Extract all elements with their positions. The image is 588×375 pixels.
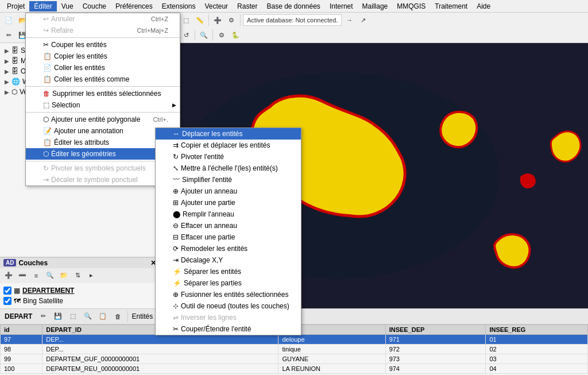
table-row[interactable]: 98 DEP... tinique 972 02: [1, 344, 588, 354]
layer-label-bing: Bing Satellite: [23, 297, 63, 305]
sub-separer-parties[interactable]: ⚡ Séparer les parties: [156, 277, 301, 289]
select-btn[interactable]: ⬚: [180, 14, 192, 26]
table-delete-btn[interactable]: 🗑: [111, 310, 124, 323]
sub-ajouter-anneau[interactable]: ⊕ Ajouter un anneau: [156, 185, 301, 197]
sub-fusionner[interactable]: ⊕ Fusionner les entités sélectionnées: [156, 289, 301, 300]
menu-raster[interactable]: Raster: [233, 1, 262, 11]
layer-icon-dep: ▦: [14, 287, 20, 295]
add-layer-btn[interactable]: ➕: [211, 14, 224, 26]
menu-annuler[interactable]: ↩ Annuler Ctrl+Z: [26, 13, 180, 25]
menu-base-donnees[interactable]: Base de données: [262, 1, 324, 11]
menu-vue[interactable]: Vue: [57, 1, 78, 11]
table-zoom-btn[interactable]: 🔍: [82, 310, 94, 323]
menu-preferences[interactable]: Préférences: [111, 1, 157, 11]
sub-decalage-xy[interactable]: ⇥ Décalage X,Y: [156, 254, 301, 266]
menu-maillage[interactable]: Maillage: [358, 1, 393, 11]
layer-group-btn[interactable]: 📁: [57, 269, 70, 282]
measure-btn[interactable]: 📏: [194, 14, 206, 26]
menu-aide[interactable]: Aide: [472, 1, 495, 11]
menu-selection[interactable]: ⬚ Sélection: [26, 99, 180, 111]
db-disconnect-btn[interactable]: ↗: [357, 14, 369, 26]
copy-icon: 📋: [43, 52, 52, 60]
menu-extensions[interactable]: Extensions: [157, 1, 200, 11]
table-select-btn[interactable]: ⬚: [67, 310, 79, 323]
menu-vecteur[interactable]: Vecteur: [200, 1, 233, 11]
del-ring-icon: ⊖: [173, 222, 179, 230]
menu-coller[interactable]: 📄 Coller les entités: [26, 62, 180, 74]
menu-internet[interactable]: Internet: [325, 1, 358, 11]
edit-toggle-btn[interactable]: ✏: [2, 29, 15, 41]
layer-check-dep[interactable]: [3, 287, 11, 295]
provider-icon-wms: 🌐: [11, 78, 20, 86]
expand-arrow-oracle: ▶: [5, 68, 9, 75]
menu-coller-comme[interactable]: 📋 Coller les entités comme: [26, 74, 180, 85]
db-connect-btn[interactable]: →: [343, 14, 355, 26]
locator-btn[interactable]: 🔍: [198, 29, 210, 41]
refresh-btn[interactable]: ↺: [180, 29, 192, 41]
sep10: [212, 29, 213, 41]
menu-copier[interactable]: 📋 Copier les entités: [26, 51, 180, 62]
table-row[interactable]: 100 DEPARTEM_REU_00000000001 LA REUNION …: [1, 364, 588, 373]
menu-supprimer[interactable]: 🗑 Supprimer les entités sélectionnées: [26, 88, 180, 99]
add-layer-couches-btn[interactable]: ➕: [2, 269, 15, 282]
sub-outil-noeud[interactable]: ⊹ Outil de noeud (toutes les couches): [156, 300, 301, 312]
menu-ajouter-poly[interactable]: ⬡ Ajouter une entité polygonale Ctrl+.: [26, 114, 180, 125]
sub-echelle[interactable]: ⤡ Mettre à l'échelle l'(les) entité(s): [156, 163, 301, 174]
sub-effacer-anneau[interactable]: ⊖ Effacer un anneau: [156, 220, 301, 231]
table-title: DEPART: [2, 312, 34, 320]
sub-inverser-lignes[interactable]: ⇌ Inverser les lignes: [156, 312, 301, 323]
table-save-btn[interactable]: 💾: [52, 310, 64, 323]
sub-simplifier[interactable]: 〰 Simplifier l'entité: [156, 174, 301, 185]
sub-pivoter[interactable]: ↻ Pivoter l'entité: [156, 151, 301, 163]
cell-nom: GUYANE: [278, 354, 385, 364]
menu-projet[interactable]: Projet: [2, 1, 29, 11]
menu-couper[interactable]: ✂ Couper les entités: [26, 39, 180, 51]
redo-shortcut: Ctrl+Maj+Z: [126, 27, 168, 34]
settings-btn[interactable]: ⚙: [215, 29, 228, 41]
copy-move-icon: ⇉: [173, 141, 179, 149]
sub-ajouter-partie[interactable]: ⊞ Ajouter une partie: [156, 197, 301, 208]
layer-icon-bing: 🗺: [14, 297, 21, 305]
menu-mmqgis[interactable]: MMQGIS: [392, 1, 430, 11]
menu-refaire[interactable]: ↪ Refaire Ctrl+Maj+Z: [26, 25, 180, 36]
cell-depart-id: DEP...: [42, 344, 278, 354]
col-id[interactable]: id: [1, 324, 42, 334]
sub-effacer-partie[interactable]: ⊟ Effacer une partie: [156, 231, 301, 243]
sub-remplir-anneau[interactable]: ⬤ Remplir l'anneau: [156, 208, 301, 220]
layer-filter-btn[interactable]: 🔍: [44, 269, 56, 282]
sub-copier-deplacer[interactable]: ⇉ Copier et déplacer les entités: [156, 140, 301, 151]
table-copy-btn[interactable]: 📋: [96, 310, 109, 323]
layer-departement[interactable]: ▦ DEPARTEMENT: [0, 285, 166, 296]
add-annotation-icon: 📝: [43, 127, 52, 135]
menu-editer[interactable]: Éditer: [29, 1, 56, 11]
open-attr-btn[interactable]: ≡: [30, 269, 42, 282]
python-btn[interactable]: 🐍: [229, 29, 242, 41]
layer-bing[interactable]: 🗺 Bing Satellite: [0, 296, 166, 306]
remove-layer-btn[interactable]: ➖: [16, 269, 29, 282]
sub-remodeler[interactable]: ⟳ Remodeler les entités: [156, 243, 301, 254]
undo-shortcut: Ctrl+Z: [140, 16, 168, 22]
new-project-btn[interactable]: 📄: [2, 14, 15, 26]
table-row[interactable]: 97 DEP... deloupe 971 01: [1, 334, 588, 344]
sub-couper-etendre[interactable]: ✂ Couper/Étendre l'entité: [156, 323, 301, 335]
col-insee-reg[interactable]: INSEE_REG: [486, 324, 588, 334]
table-row[interactable]: 99 DEPARTEM_GUF_00000000001 GUYANE 973 0…: [1, 354, 588, 364]
col-insee-dep[interactable]: INSEE_DEP: [385, 324, 486, 334]
layer-check-bing[interactable]: [3, 297, 11, 305]
expand-arrow-vt: ▶: [5, 89, 9, 95]
cell-depart-id: DEP...: [42, 334, 278, 344]
layer-prop-btn[interactable]: ⚙: [225, 14, 238, 26]
menu-traitement[interactable]: Traitement: [430, 1, 472, 11]
edit-geom-icon: ⬡: [43, 150, 49, 158]
reverse-icon: ⇌: [173, 314, 179, 322]
sub-separer-entites[interactable]: ⚡ Séparer les entités: [156, 266, 301, 277]
reshape-icon: ⟳: [173, 245, 179, 253]
layer-sort-btn[interactable]: ⇅: [71, 269, 84, 282]
cell-insee-reg: 02: [486, 344, 588, 354]
sub-deplacer[interactable]: ↔ Déplacer les entités: [156, 128, 301, 140]
layer-expand-btn[interactable]: ▸: [85, 269, 98, 282]
split-icon: ⚡: [173, 268, 181, 276]
table-edit-btn[interactable]: ✏: [37, 310, 49, 323]
split-parts-icon: ⚡: [173, 279, 181, 287]
menu-couche[interactable]: Couche: [78, 1, 111, 11]
